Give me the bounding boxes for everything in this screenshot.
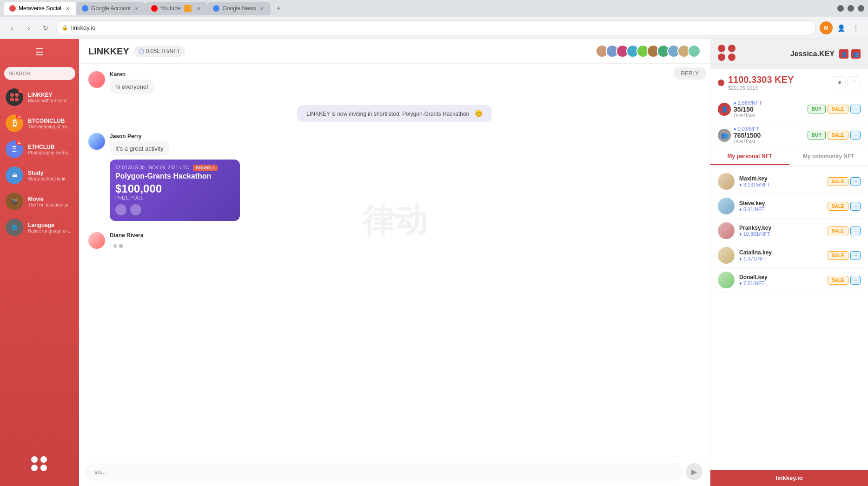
minimize-button[interactable] <box>837 5 844 12</box>
sidebar-badge-ethclub: 20 <box>16 140 23 145</box>
item-msg-maxim[interactable]: ··· <box>850 177 861 186</box>
sidebar-item-ethclub[interactable]: Ξ 20 ETHCLUB Photography exchange societ… <box>0 137 79 162</box>
system-message-text: LINKKEY is now inviting in shortlisted: … <box>306 111 469 117</box>
member-av-10 <box>688 45 701 58</box>
nft-avatar-pranksy <box>718 222 735 239</box>
new-tab-button[interactable]: + <box>272 2 285 14</box>
nft-list-item-catalina: Catalina.key ♦ 1.371/NFT SALE ··· <box>714 243 864 268</box>
chat-input[interactable] <box>86 463 682 480</box>
item-msg-steve[interactable]: ··· <box>850 202 861 211</box>
item-sale-catalina[interactable]: SALE <box>828 251 848 260</box>
send-icon: ▶ <box>691 467 697 476</box>
sender-diane: Diane Rivera <box>110 232 701 239</box>
hackathon-prize: $100,000 <box>115 182 234 195</box>
metamask-icon[interactable]: M <box>820 21 833 34</box>
chat-input-area: ▶ <box>79 457 710 486</box>
reload-button[interactable]: ↻ <box>39 21 52 34</box>
hackathon-dates: 12:00 AUG 30 - NOV 06, 2021 UTC ROUND-1 <box>115 165 234 170</box>
sidebar-logo <box>31 449 48 479</box>
personal-stat-info: ♦ 1.589/NFT 35/150 Over/Total <box>734 100 762 118</box>
sidebar-item-linkkey[interactable]: 1 LINKKEY Music without borders, no race… <box>0 85 79 110</box>
item-sale-steve[interactable]: SALE <box>828 202 848 211</box>
tab-google-account[interactable]: Google Account ✕ <box>76 2 146 15</box>
community-buy-button[interactable]: BUY <box>808 131 826 140</box>
tab-google-news[interactable]: Google News ✕ <box>207 2 271 15</box>
item-sale-donalt[interactable]: SALE <box>828 276 848 285</box>
round-badge: ROUND-1 <box>193 165 218 171</box>
reply-button[interactable]: REPLY <box>674 67 706 80</box>
nft-header: Jessica.KEY 👤 👥 <box>710 39 868 69</box>
item-sale-pranksy[interactable]: SALE <box>828 226 848 235</box>
sidebar-item-language[interactable]: 🌐 Language Native language is the best l… <box>0 215 79 240</box>
message-text-karen: hi everyone! <box>110 80 154 94</box>
balance-actions: ⊞ ⋮ <box>833 76 861 89</box>
tab-close-news[interactable]: ✕ <box>258 5 265 12</box>
personal-stat-count: 35/150 <box>734 106 762 113</box>
sidebar-item-btcoin[interactable]: ₿ 30 BTCOINCLUB The meaning of travel is… <box>0 111 79 136</box>
sidebar-item-study[interactable]: 🏔 Study Study without limit <box>0 163 79 188</box>
close-button[interactable] <box>858 5 864 12</box>
item-sale-maxim[interactable]: SALE <box>828 177 848 186</box>
balance-action-1[interactable]: ⊞ <box>833 76 846 89</box>
item-msg-catalina[interactable]: ··· <box>850 251 861 260</box>
sidebar-item-movie[interactable]: 🎬 Movie The film teaches us <box>0 189 79 214</box>
nft-group-icon[interactable]: 👥 <box>851 49 861 59</box>
sidebar-group-name-linkkey: LINKKEY <box>28 92 73 98</box>
tab-close-youtube[interactable]: ✕ <box>195 5 202 12</box>
tab-metaverse[interactable]: Metaverse Social ✕ <box>4 2 76 15</box>
speaker-icon[interactable] <box>184 5 192 12</box>
personal-msg-button[interactable]: ··· <box>850 105 861 113</box>
nft-list-item-steve: Steve.key ♦ 5.01/NFT SALE ··· <box>714 194 864 219</box>
send-button[interactable]: ▶ <box>686 463 702 480</box>
community-msg-button[interactable]: ··· <box>850 131 861 140</box>
tab-personal-nft[interactable]: My personal NFT <box>710 148 789 165</box>
tab-youtube[interactable]: Youtube ✕ <box>146 2 208 15</box>
group-search-input[interactable] <box>4 67 75 80</box>
tab-label-metaverse: Metaverse Social <box>19 5 61 12</box>
url-text: linkkey.io <box>71 24 96 31</box>
message-content-karen: Karen hi everyone! <box>110 71 701 94</box>
sidebar-avatar-movie: 🎬 <box>6 193 23 210</box>
messages-area[interactable]: Karen hi everyone! LINKKEY is now inviti… <box>79 64 710 457</box>
nft-footer-link[interactable]: linkkey.io <box>710 470 868 486</box>
nft-avatar-maxim <box>718 173 735 190</box>
nft-item-info-donalt: Donalt.key ♦ 7.01/NFT <box>739 274 823 286</box>
logo-dot-3 <box>31 465 38 471</box>
nft-item-info-steve: Steve.key ♦ 5.01/NFT <box>739 200 823 212</box>
nft-logo-dot-2 <box>728 45 735 52</box>
address-bar[interactable]: 🔒 linkkey.io <box>56 20 816 35</box>
tab-close-google[interactable]: ✕ <box>133 5 140 12</box>
more-icon[interactable]: ⋮ <box>849 21 862 34</box>
balance-action-2[interactable]: ⋮ <box>848 76 861 89</box>
sidebar-group-desc-ethclub: Photography exchange society <box>28 150 73 155</box>
nft-avatar-catalina <box>718 247 735 264</box>
sidebar-group-info-study: Study Study without limit <box>28 170 73 181</box>
message-content-jason: Jason Perry It's a great activity 12:00 … <box>110 133 701 221</box>
item-msg-pranksy[interactable]: ··· <box>850 226 861 235</box>
user-icon[interactable]: 👤 <box>835 21 848 34</box>
item-msg-donalt[interactable]: ··· <box>850 276 861 285</box>
sidebar-avatar-linkkey: 1 <box>6 88 23 106</box>
nft-logo-dot-4 <box>728 53 735 61</box>
nft-item-price-steve: ♦ 5.01/NFT <box>739 206 823 212</box>
tab-community-nft[interactable]: My community NFT <box>789 148 868 165</box>
personal-sale-button[interactable]: SALE <box>828 105 848 113</box>
hackathon-card[interactable]: 12:00 AUG 30 - NOV 06, 2021 UTC ROUND-1 … <box>110 160 240 221</box>
nft-user-icon[interactable]: 👤 <box>839 49 848 59</box>
forward-button[interactable]: › <box>22 21 35 34</box>
back-button[interactable]: ‹ <box>6 21 19 34</box>
community-sale-button[interactable]: SALE <box>828 131 848 140</box>
nft-logo <box>718 45 736 63</box>
tab-close-metaverse[interactable]: ✕ <box>64 5 71 12</box>
personal-stat-icon: 👤 <box>718 103 731 116</box>
sidebar-group-name-btcoin: BTCOINCLUB <box>28 118 73 124</box>
personal-stat: 👤 ♦ 1.589/NFT 35/150 Over/Total <box>718 100 762 118</box>
tab-favicon-google <box>82 5 88 12</box>
sidebar-group-info-btcoin: BTCOINCLUB The meaning of travel is that… <box>28 118 73 129</box>
personal-buy-button[interactable]: BUY <box>808 105 826 113</box>
sidebar-avatar-language: 🌐 <box>6 219 23 236</box>
sidebar-menu-icon[interactable]: ☰ <box>35 47 44 58</box>
hackathon-prize-label: PRIZE POOL <box>115 195 234 200</box>
maximize-button[interactable] <box>848 5 854 12</box>
personal-stat-label: Over/Total <box>734 113 762 118</box>
